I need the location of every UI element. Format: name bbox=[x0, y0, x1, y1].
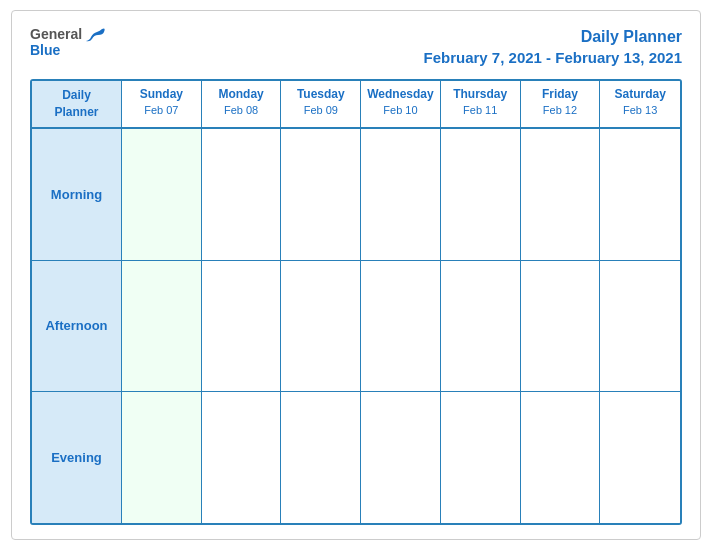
col-header-sunday: Sunday Feb 07 bbox=[122, 81, 202, 127]
wednesday-label: Wednesday bbox=[365, 87, 436, 103]
afternoon-thursday[interactable] bbox=[441, 261, 521, 392]
header: General Blue Daily Planner February 7, 2… bbox=[30, 27, 682, 67]
morning-sunday[interactable] bbox=[122, 129, 202, 260]
planner-title: Daily Planner bbox=[424, 27, 682, 48]
logo-bird-icon bbox=[84, 27, 106, 43]
evening-monday[interactable] bbox=[202, 392, 282, 523]
sunday-date: Feb 07 bbox=[126, 103, 197, 117]
monday-date: Feb 08 bbox=[206, 103, 277, 117]
saturday-date: Feb 13 bbox=[604, 103, 676, 117]
calendar-grid: Daily Planner Sunday Feb 07 Monday Feb 0… bbox=[30, 79, 682, 525]
evening-thursday[interactable] bbox=[441, 392, 521, 523]
tuesday-label: Tuesday bbox=[285, 87, 356, 103]
col-planner-label: Planner bbox=[36, 104, 117, 121]
logo-blue-text: Blue bbox=[30, 43, 60, 58]
planner-page: General Blue Daily Planner February 7, 2… bbox=[11, 10, 701, 540]
evening-tuesday[interactable] bbox=[281, 392, 361, 523]
sunday-label: Sunday bbox=[126, 87, 197, 103]
saturday-label: Saturday bbox=[604, 87, 676, 103]
header-right: Daily Planner February 7, 2021 - Februar… bbox=[424, 27, 682, 67]
morning-friday[interactable] bbox=[521, 129, 601, 260]
friday-date: Feb 12 bbox=[525, 103, 596, 117]
afternoon-friday[interactable] bbox=[521, 261, 601, 392]
col-header-label: Daily Planner bbox=[32, 81, 122, 127]
col-header-monday: Monday Feb 08 bbox=[202, 81, 282, 127]
afternoon-monday[interactable] bbox=[202, 261, 282, 392]
afternoon-tuesday[interactable] bbox=[281, 261, 361, 392]
morning-thursday[interactable] bbox=[441, 129, 521, 260]
logo: General Blue bbox=[30, 27, 106, 58]
morning-saturday[interactable] bbox=[600, 129, 680, 260]
evening-friday[interactable] bbox=[521, 392, 601, 523]
evening-row: Evening bbox=[32, 392, 680, 523]
date-range: February 7, 2021 - February 13, 2021 bbox=[424, 48, 682, 68]
col-header-friday: Friday Feb 12 bbox=[521, 81, 601, 127]
col-header-thursday: Thursday Feb 11 bbox=[441, 81, 521, 127]
afternoon-row: Afternoon bbox=[32, 261, 680, 393]
column-headers: Daily Planner Sunday Feb 07 Monday Feb 0… bbox=[32, 81, 680, 129]
thursday-label: Thursday bbox=[445, 87, 516, 103]
morning-wednesday[interactable] bbox=[361, 129, 441, 260]
morning-label: Morning bbox=[32, 129, 122, 260]
morning-row: Morning bbox=[32, 129, 680, 261]
calendar-rows: Morning Afternoon bbox=[32, 129, 680, 523]
thursday-date: Feb 11 bbox=[445, 103, 516, 117]
tuesday-date: Feb 09 bbox=[285, 103, 356, 117]
logo-general-text: General bbox=[30, 27, 82, 42]
morning-monday[interactable] bbox=[202, 129, 282, 260]
friday-label: Friday bbox=[525, 87, 596, 103]
afternoon-sunday[interactable] bbox=[122, 261, 202, 392]
col-header-tuesday: Tuesday Feb 09 bbox=[281, 81, 361, 127]
col-header-saturday: Saturday Feb 13 bbox=[600, 81, 680, 127]
evening-label: Evening bbox=[32, 392, 122, 523]
evening-sunday[interactable] bbox=[122, 392, 202, 523]
wednesday-date: Feb 10 bbox=[365, 103, 436, 117]
col-header-wednesday: Wednesday Feb 10 bbox=[361, 81, 441, 127]
afternoon-label: Afternoon bbox=[32, 261, 122, 392]
col-day-label: Daily bbox=[36, 87, 117, 104]
evening-wednesday[interactable] bbox=[361, 392, 441, 523]
afternoon-wednesday[interactable] bbox=[361, 261, 441, 392]
monday-label: Monday bbox=[206, 87, 277, 103]
afternoon-saturday[interactable] bbox=[600, 261, 680, 392]
morning-tuesday[interactable] bbox=[281, 129, 361, 260]
evening-saturday[interactable] bbox=[600, 392, 680, 523]
